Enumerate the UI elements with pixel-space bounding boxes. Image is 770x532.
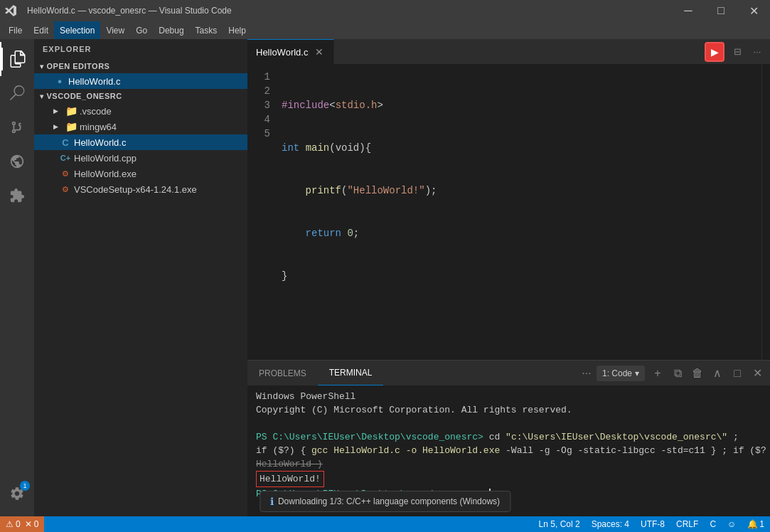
panel-tab-bar: PROBLEMS TERMINAL ··· 1: Code ▾ + ⧉ 🗑 ∧ …: [247, 361, 770, 385]
search-activity-icon[interactable]: [0, 76, 34, 110]
encoding-label: UTF-8: [641, 519, 665, 529]
language-label: C: [710, 519, 716, 529]
status-encoding[interactable]: UTF-8: [635, 516, 670, 532]
status-language[interactable]: C: [704, 516, 722, 532]
line-ending-label: CRLF: [676, 519, 698, 529]
tab-bar-right: ▶ ⊟ ···: [705, 39, 770, 64]
folder-arrow-icon: ▶: [50, 105, 61, 117]
menu-selection[interactable]: Selection: [54, 21, 100, 39]
code-editor[interactable]: 1 2 3 4 5 #include<stdio.h> int main(voi…: [247, 64, 770, 360]
tree-item-label: mingw64: [80, 122, 247, 132]
folder-icon: 📁: [65, 121, 77, 132]
terminal-line-6: HelloWorld ): [256, 457, 761, 471]
panel-more-button[interactable]: ···: [577, 363, 597, 383]
status-line-ending[interactable]: CRLF: [670, 516, 704, 532]
panel-maximize-button[interactable]: □: [727, 363, 747, 383]
tab-close-button[interactable]: ✕: [314, 46, 325, 58]
error-count: 0: [34, 519, 39, 529]
minimize-button[interactable]: ─: [672, 0, 705, 21]
menu-edit[interactable]: Edit: [28, 21, 54, 39]
terminal-line-5: if ($?) { gcc HelloWorld.c -o HelloWorld…: [256, 444, 761, 457]
cursor-pos-label: Ln 5, Col 2: [539, 519, 580, 529]
tab-helloworldc[interactable]: HelloWorld.c ✕: [247, 39, 334, 64]
panel-controls: ··· 1: Code ▾ + ⧉ 🗑 ∧ □ ✕: [577, 363, 770, 383]
split-editor-button[interactable]: ⊟: [727, 42, 747, 62]
warning-count: 0: [16, 519, 21, 529]
folder-icon: 📁: [65, 105, 77, 117]
file-c-icon: C: [60, 137, 71, 148]
terminal-up-button[interactable]: ∧: [707, 363, 727, 383]
status-notifications[interactable]: 🔔 1: [742, 516, 770, 532]
open-editor-helloworldc[interactable]: ● HelloWorld.c: [34, 73, 247, 89]
vscode-onesrc-section[interactable]: ▾ VSCODE_ONESRC: [34, 89, 247, 103]
add-terminal-button[interactable]: +: [648, 363, 668, 383]
file-exe-icon: ⚙: [60, 183, 71, 195]
status-errors[interactable]: ⚠ 0 ✕ 0: [0, 516, 44, 532]
menu-go[interactable]: Go: [130, 21, 153, 39]
tree-item-mingw64[interactable]: ▶ 📁 mingw64: [34, 119, 247, 134]
menu-tasks[interactable]: Tasks: [190, 21, 223, 39]
dropdown-arrow: ▾: [635, 368, 639, 378]
tree-item-label: VSCodeSetup-x64-1.24.1.exe: [74, 184, 247, 195]
panel-close-button[interactable]: ✕: [747, 363, 767, 383]
terminal-line-4: PS C:\Users\IEUser\Desktop\vscode_onesrc…: [256, 430, 761, 444]
menu-view[interactable]: View: [100, 21, 130, 39]
window-title: HelloWorld.c — vscode_onesrc — Visual St…: [21, 6, 672, 16]
tree-item-helloworldc[interactable]: C HelloWorld.c: [34, 134, 247, 150]
close-button[interactable]: ✕: [737, 0, 770, 21]
main-layout: 1 Explorer ▾ OPEN EDITORS ● HelloWorld.c…: [0, 39, 770, 516]
status-feedback[interactable]: ☺: [722, 516, 742, 532]
status-indentation[interactable]: Spaces: 4: [586, 516, 635, 532]
maximize-button[interactable]: □: [705, 0, 737, 21]
tree-item-helloworldcpp[interactable]: C+ HelloWorld.cpp: [34, 150, 247, 166]
remote-activity-icon[interactable]: [0, 144, 34, 179]
tab-problems[interactable]: PROBLEMS: [247, 361, 318, 385]
menu-file[interactable]: File: [3, 21, 28, 39]
sidebar-header: Explorer: [34, 39, 247, 59]
open-editors-section[interactable]: ▾ OPEN EDITORS: [34, 59, 247, 73]
split-terminal-button[interactable]: ⧉: [668, 363, 688, 383]
terminal-dropdown-label: 1: Code: [602, 368, 632, 378]
notification-message: Downloading 1/3: C/C++ language componen…: [278, 496, 500, 506]
warning-icon: ⚠: [6, 519, 14, 529]
open-editors-arrow: ▾: [40, 63, 44, 70]
file-cpp-icon: C+: [60, 152, 71, 164]
open-editors-label: OPEN EDITORS: [47, 62, 110, 70]
terminal-line-2: Copyright (C) Microsoft Corporation. All…: [256, 403, 761, 417]
tree-item-vscodessetup[interactable]: ⚙ VSCodeSetup-x64-1.24.1.exe: [34, 181, 247, 197]
extensions-activity-icon[interactable]: [0, 179, 34, 213]
project-label: VSCODE_ONESRC: [47, 92, 122, 100]
indentation-label: Spaces: 4: [592, 519, 629, 529]
tab-label: HelloWorld.c: [256, 47, 308, 58]
tree-item-vscode[interactable]: ▶ 📁 .vscode: [34, 103, 247, 119]
tree-item-helloworldexe[interactable]: ⚙ HelloWorld.exe: [34, 166, 247, 181]
source-control-activity-icon[interactable]: [0, 110, 34, 144]
terminal-dropdown[interactable]: 1: Code ▾: [597, 366, 645, 381]
window-controls: ─ □ ✕: [672, 0, 770, 21]
notification-toast: ℹ Downloading 1/3: C/C++ language compon…: [260, 491, 510, 512]
tree-item-label: HelloWorld.exe: [74, 169, 247, 179]
terminal-line-7: HelloWorld!: [256, 471, 761, 487]
hello-world-output: HelloWorld!: [256, 471, 324, 487]
vscode-icon: [0, 0, 21, 21]
titlebar: HelloWorld.c — vscode_onesrc — Visual St…: [0, 0, 770, 21]
kill-terminal-button[interactable]: 🗑: [688, 363, 707, 383]
notification-count: 1: [759, 519, 764, 529]
tab-terminal[interactable]: TERMINAL: [318, 361, 384, 385]
menu-help[interactable]: Help: [223, 21, 252, 39]
settings-badge: 1: [20, 481, 30, 491]
run-button[interactable]: ▶: [705, 42, 724, 62]
status-cursor-position[interactable]: Ln 5, Col 2: [533, 516, 586, 532]
project-arrow: ▾: [40, 92, 44, 100]
file-tree: ▶ 📁 .vscode ▶ 📁 mingw64 C HelloWorld.c C…: [34, 103, 247, 516]
code-content[interactable]: #include<stdio.h> int main(void){ printf…: [276, 64, 761, 360]
menu-debug[interactable]: Debug: [153, 21, 189, 39]
settings-activity-icon[interactable]: 1: [0, 477, 34, 511]
explorer-activity-icon[interactable]: [0, 42, 34, 76]
more-actions-button[interactable]: ···: [747, 42, 767, 62]
bell-icon: 🔔: [747, 519, 758, 529]
sidebar: Explorer ▾ OPEN EDITORS ● HelloWorld.c ▾…: [34, 39, 247, 516]
line-numbers: 1 2 3 4 5: [247, 64, 276, 360]
status-bar-left: ⚠ 0 ✕ 0: [0, 516, 44, 532]
file-c-icon: ●: [54, 75, 65, 87]
